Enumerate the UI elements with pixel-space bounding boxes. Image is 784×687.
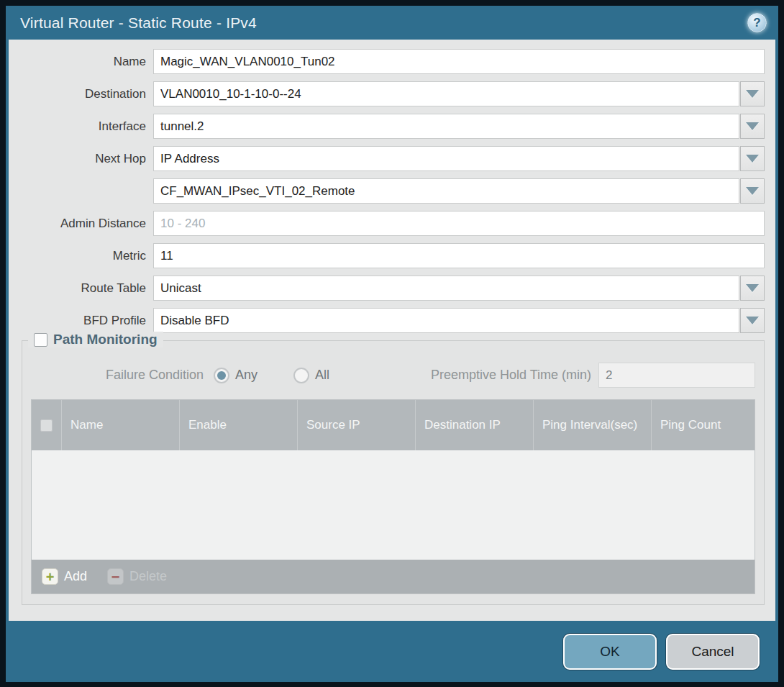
failure-condition-any-label: Any <box>235 368 257 383</box>
minus-icon: − <box>107 568 124 585</box>
failure-condition-label: Failure Condition <box>31 368 211 383</box>
preemptive-hold-time-input <box>598 363 755 388</box>
dialog-content: Name Destination Interface <box>9 40 775 621</box>
chevron-down-icon <box>746 187 759 195</box>
select-all-cell <box>32 400 62 450</box>
ok-button[interactable]: OK <box>563 634 657 670</box>
route-table-input[interactable] <box>153 276 739 301</box>
chevron-down-icon <box>746 122 759 130</box>
bfd-profile-label: BFD Profile <box>9 308 153 333</box>
path-monitoring-group: Path Monitoring Failure Condition Any Al… <box>22 340 765 605</box>
table-body-empty <box>32 450 755 560</box>
column-header-enable[interactable]: Enable <box>180 400 298 450</box>
form-row-destination: Destination <box>9 81 765 106</box>
failure-condition-all-radio[interactable] <box>293 368 309 383</box>
next-hop-address-label <box>9 178 153 204</box>
path-monitoring-checkbox[interactable] <box>34 333 47 347</box>
name-label: Name <box>9 49 153 74</box>
admin-distance-input[interactable] <box>153 211 765 236</box>
next-hop-address-input[interactable] <box>153 178 739 204</box>
form-row-metric: Metric <box>9 243 765 268</box>
preemptive-hold-time-group: Preemptive Hold Time (min) <box>431 363 755 388</box>
metric-label: Metric <box>9 243 153 268</box>
interface-dropdown-button[interactable] <box>740 114 765 139</box>
bfd-profile-dropdown-button[interactable] <box>740 308 765 333</box>
metric-input[interactable] <box>153 243 765 268</box>
column-header-ping-interval[interactable]: Ping Interval(sec) <box>534 400 652 450</box>
form-row-interface: Interface <box>9 114 765 139</box>
next-hop-address-dropdown-button[interactable] <box>740 178 765 204</box>
table-header-row: Name Enable Source IP Destination IP Pin… <box>32 400 755 450</box>
dialog-window: Virtual Router - Static Route - IPv4 ? N… <box>0 0 784 687</box>
dialog-titlebar: Virtual Router - Static Route - IPv4 ? <box>6 6 778 40</box>
form-row-next-hop: Next Hop <box>9 146 765 171</box>
delete-button-label: Delete <box>129 569 167 584</box>
next-hop-label: Next Hop <box>9 146 153 171</box>
route-table-label: Route Table <box>9 276 153 301</box>
column-header-destination-ip[interactable]: Destination IP <box>416 400 534 450</box>
form-row-bfd-profile: BFD Profile <box>9 308 765 333</box>
form-row-next-hop-address <box>9 178 765 204</box>
route-table-dropdown-button[interactable] <box>740 276 765 301</box>
delete-button: − Delete <box>107 568 167 585</box>
chevron-down-icon <box>746 284 759 292</box>
preemptive-hold-time-label: Preemptive Hold Time (min) <box>431 368 598 383</box>
admin-distance-label: Admin Distance <box>9 211 153 236</box>
destination-label: Destination <box>9 81 153 106</box>
form-row-admin-distance: Admin Distance <box>9 211 765 236</box>
path-monitoring-table: Name Enable Source IP Destination IP Pin… <box>31 399 755 594</box>
failure-condition-all-label: All <box>315 368 329 383</box>
table-toolbar: + Add − Delete <box>32 560 755 593</box>
destination-dropdown-button[interactable] <box>740 81 765 106</box>
plus-icon: + <box>42 568 58 585</box>
failure-condition-any-radio[interactable] <box>214 368 229 383</box>
path-monitoring-title: Path Monitoring <box>53 332 158 347</box>
next-hop-type-input[interactable] <box>153 146 739 171</box>
column-header-name[interactable]: Name <box>62 400 180 450</box>
add-button[interactable]: + Add <box>42 568 87 585</box>
name-input[interactable] <box>153 49 765 74</box>
select-all-checkbox[interactable] <box>40 419 53 432</box>
help-icon[interactable]: ? <box>747 13 767 32</box>
chevron-down-icon <box>746 317 759 324</box>
bfd-profile-input[interactable] <box>153 308 739 333</box>
cancel-button[interactable]: Cancel <box>666 634 760 670</box>
column-header-source-ip[interactable]: Source IP <box>298 400 416 450</box>
add-button-label: Add <box>64 569 87 584</box>
form-row-name: Name <box>9 49 765 74</box>
interface-input[interactable] <box>153 114 739 139</box>
dialog-footer: OK Cancel <box>6 621 778 682</box>
next-hop-type-dropdown-button[interactable] <box>740 146 765 171</box>
dialog-title: Virtual Router - Static Route - IPv4 <box>20 14 747 32</box>
chevron-down-icon <box>746 155 759 163</box>
column-header-ping-count[interactable]: Ping Count <box>652 400 755 450</box>
failure-condition-row: Failure Condition Any All Preemptive Hol… <box>31 363 755 388</box>
interface-label: Interface <box>9 114 153 139</box>
chevron-down-icon <box>746 90 759 98</box>
form-row-route-table: Route Table <box>9 276 765 301</box>
path-monitoring-legend: Path Monitoring <box>28 332 163 347</box>
dialog-frame: Virtual Router - Static Route - IPv4 ? N… <box>6 6 778 682</box>
destination-input[interactable] <box>153 81 739 106</box>
